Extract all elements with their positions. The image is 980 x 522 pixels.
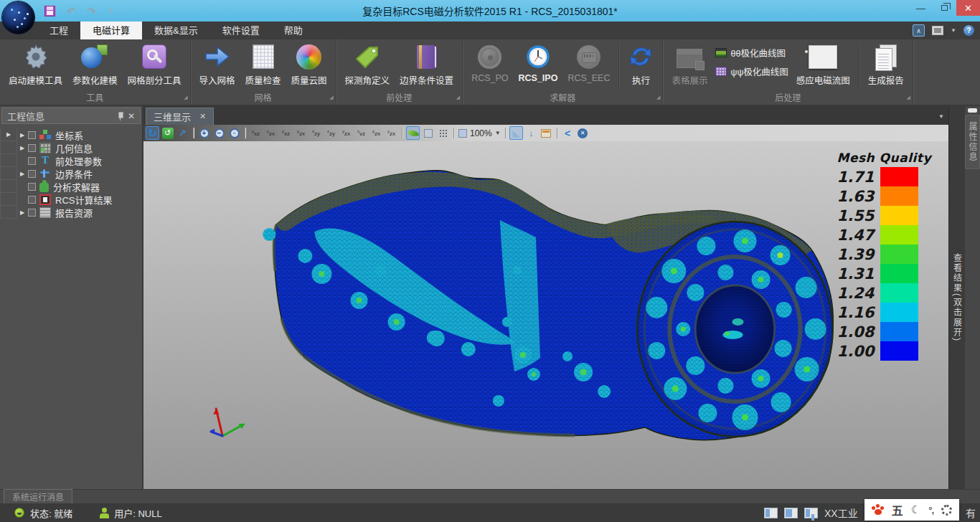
tree-item-rcs-results[interactable]: RCS计算结果 <box>0 193 142 206</box>
shaded-view-button[interactable] <box>406 126 420 140</box>
tab-close-icon[interactable]: ✕ <box>199 112 206 121</box>
tab-3d-display[interactable]: 三维显示 ✕ <box>146 108 214 125</box>
view-preset-4-button[interactable]: yzx <box>294 126 308 140</box>
ime-wubi-mode[interactable]: 五 <box>892 501 903 518</box>
zoom-in-button[interactable]: + <box>197 126 211 140</box>
tree-item-solver[interactable]: 分析求解器 <box>0 180 142 193</box>
launch-modeling-tool-button[interactable]: 启动建模工具 <box>4 42 67 87</box>
ime-paw-icon[interactable] <box>872 505 884 516</box>
checkbox[interactable] <box>28 170 36 178</box>
results-collapsed-panel[interactable]: 查看结果(双击展开) <box>948 106 965 489</box>
boundary-condition-button[interactable]: 边界条件设置 <box>395 42 458 87</box>
generate-report-button[interactable]: 生成报告 <box>863 42 909 87</box>
expand-arrow-icon[interactable]: ▶ <box>17 132 27 138</box>
view-preset-1-button[interactable]: yxz <box>249 126 263 140</box>
cancel-button[interactable]: ✕ <box>576 126 590 140</box>
checkbox[interactable] <box>28 144 36 152</box>
minimize-button[interactable]: — <box>909 0 933 16</box>
zoom-out-button[interactable]: − <box>212 126 226 140</box>
pin-icon[interactable] <box>117 111 123 120</box>
sync-icon <box>628 42 654 72</box>
view-preset-5-button[interactable]: xzy <box>309 126 323 140</box>
tab-em-compute[interactable]: 电磁计算 <box>80 22 142 39</box>
theta-polarization-curve-button[interactable]: θθ极化曲线图 <box>715 46 788 60</box>
system-messages-tab[interactable]: 系统运行消息 <box>4 489 72 504</box>
clock-icon <box>524 42 552 72</box>
zoom-level-select[interactable]: 100% ▼ <box>458 126 501 140</box>
ime-punctuation-icon[interactable]: °, <box>928 505 933 516</box>
group-label-preprocess[interactable]: 前处理◢ <box>336 92 463 105</box>
rcs-ipo-button[interactable]: RCS_IPO <box>514 42 563 83</box>
close-button[interactable]: ✕ <box>956 0 980 16</box>
tree-item-preprocess-params[interactable]: 前处理参数 <box>0 154 142 167</box>
tree-item-report-resources[interactable]: ▶ 报告资源 <box>0 206 142 219</box>
display-style-icon[interactable] <box>932 26 943 35</box>
view-preset-3-button[interactable]: yxz <box>279 126 293 140</box>
quality-cloud-button[interactable]: 质量云图 <box>286 42 332 87</box>
view-preset-10-button[interactable]: yzx <box>385 126 398 140</box>
rotate-button[interactable]: ↻ <box>146 126 159 140</box>
view-preset-6-button[interactable]: xzy <box>324 126 338 140</box>
panel-close-icon[interactable]: ✕ <box>128 111 135 121</box>
group-label-solver[interactable]: 求解器◢ <box>463 92 662 105</box>
layout-split-icon[interactable] <box>784 508 798 518</box>
psi-polarization-curve-button[interactable]: ψψ极化曲线图 <box>715 65 788 78</box>
expand-arrow-icon[interactable]: ▶ <box>17 145 27 151</box>
mesh-model[interactable] <box>143 141 948 489</box>
parametric-modeling-button[interactable]: 参数化建模 <box>67 42 123 87</box>
mesh-tool-button[interactable]: 网格剖分工具 <box>123 42 187 87</box>
checkbox[interactable] <box>28 209 36 217</box>
property-info-tab[interactable]: 属性信息 <box>965 115 980 169</box>
import-mesh-button[interactable]: 导入网格 <box>194 42 240 87</box>
tab-list-dropdown-icon[interactable]: ▼ <box>938 113 944 120</box>
tab-project[interactable]: 工程 <box>37 22 80 39</box>
refresh-button[interactable]: ↺ <box>161 126 174 140</box>
group-label-mesh[interactable]: 网格◢ <box>191 92 336 105</box>
expand-arrow-icon[interactable]: ▶ <box>4 131 14 138</box>
tab-help[interactable]: 帮助 <box>272 22 315 39</box>
help-icon[interactable]: ? <box>963 25 974 36</box>
checkbox[interactable] <box>28 196 36 204</box>
3d-canvas[interactable]: Mesh Quality 1.71 1.63 1.55 1.47 1.39 1.… <box>143 141 948 489</box>
tab-settings[interactable]: 软件设置 <box>210 22 272 39</box>
model-cylinder-face[interactable] <box>637 222 832 437</box>
layout-bottom-icon[interactable] <box>804 508 818 518</box>
pan-button[interactable]: ↗ <box>176 126 189 140</box>
restore-button[interactable] <box>933 0 956 16</box>
share-button[interactable]: < <box>561 126 575 140</box>
view-preset-9-button[interactable]: yzx <box>369 126 383 140</box>
tab-data-display[interactable]: 数据&显示 <box>142 22 210 39</box>
group-label-tools[interactable]: 工具◢ <box>0 92 190 105</box>
tree-item-geometry-info[interactable]: ▶ 几何信息 <box>0 141 142 154</box>
capture-window-button[interactable] <box>540 126 553 140</box>
display-style-dropdown-icon[interactable]: ▼ <box>951 27 956 34</box>
ribbon-group-postprocess: 表格展示 θθ极化曲线图 ψψ极化曲线图 感应电磁流图 生成报告 <box>663 39 913 105</box>
drop-view-button[interactable]: ↓ <box>524 126 538 140</box>
region-select-button[interactable]: ◣ <box>509 126 523 140</box>
zoom-fit-button[interactable]: ▫ <box>227 126 241 140</box>
ime-moon-icon[interactable]: ☾ <box>911 503 920 516</box>
view-preset-7-button[interactable]: yzx <box>339 126 353 140</box>
probe-angle-button[interactable]: 探测角定义 <box>340 42 395 87</box>
group-label-postprocess[interactable]: 后处理◢ <box>663 92 912 105</box>
checkbox[interactable] <box>28 131 36 139</box>
view-preset-2-button[interactable]: yzx <box>264 126 278 140</box>
points-view-button[interactable] <box>436 126 450 140</box>
layout-left-icon[interactable] <box>764 508 778 518</box>
tree-item-boundary-condition[interactable]: ▶ 边界条件 <box>0 167 142 180</box>
scrollbar-thumb[interactable] <box>968 108 977 113</box>
collapse-ribbon-icon[interactable]: ∧ <box>913 24 925 37</box>
ime-settings-icon[interactable] <box>941 505 952 516</box>
checkbox[interactable] <box>28 183 36 191</box>
tree-item-coordinate-system[interactable]: ▶ ▶ 坐标系 <box>0 128 142 141</box>
expand-arrow-icon[interactable]: ▶ <box>17 209 27 216</box>
induced-current-map-button[interactable]: 感应电磁流图 <box>791 42 855 87</box>
wireframe-view-button[interactable] <box>421 126 435 140</box>
app-logo[interactable] <box>2 1 34 34</box>
checkbox[interactable] <box>28 157 36 165</box>
view-preset-8-button[interactable]: xvz <box>354 126 368 140</box>
expand-arrow-icon[interactable]: ▶ <box>17 171 27 177</box>
quality-check-button[interactable]: 质量检查 <box>240 42 286 87</box>
execute-button[interactable]: 执行 <box>623 42 659 87</box>
group-corner-icon: ◢ <box>329 92 333 103</box>
